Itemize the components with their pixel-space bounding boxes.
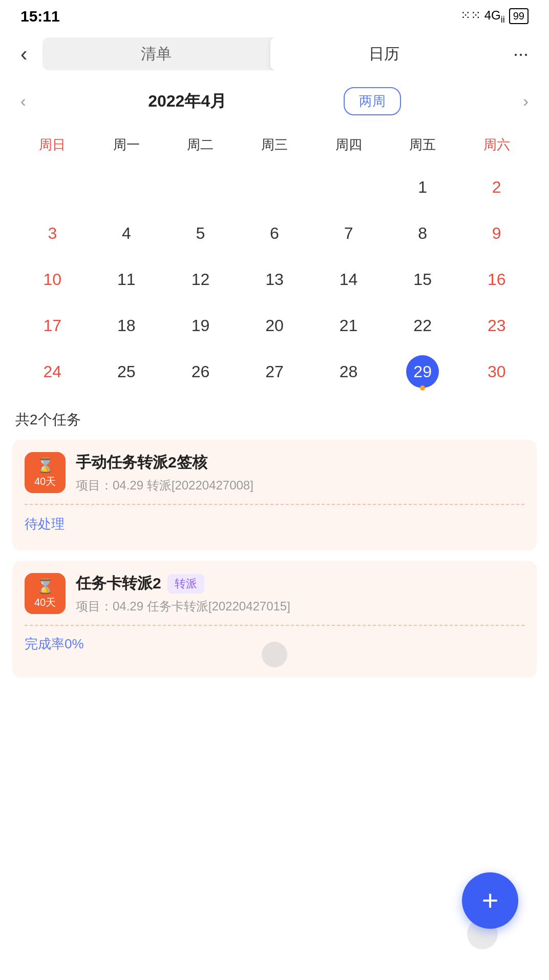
status-bar: 15:11 ⁙⁙ 4Gii 99 bbox=[0, 0, 549, 31]
cal-cell-26[interactable]: 26 bbox=[163, 349, 238, 395]
cal-cell-17[interactable]: 17 bbox=[15, 302, 90, 349]
cal-cell-24[interactable]: 24 bbox=[15, 349, 90, 395]
day-header-tue: 周二 bbox=[163, 131, 238, 159]
cal-cell-30[interactable]: 30 bbox=[459, 349, 534, 395]
cal-cell-15[interactable]: 15 bbox=[386, 256, 460, 302]
task-title-row-1: 手动任务转派2签核 bbox=[76, 452, 524, 473]
task-divider-2 bbox=[25, 625, 524, 626]
cal-cell-19[interactable]: 19 bbox=[163, 302, 238, 349]
task-icon-symbol-1: ⌛ bbox=[36, 457, 54, 474]
task-status-1: 待处理 bbox=[25, 510, 524, 538]
cal-cell-empty-0-0 bbox=[15, 164, 90, 210]
task-icon-days-1: 40天 bbox=[34, 475, 56, 488]
cal-cell-empty-0-3 bbox=[238, 164, 312, 210]
fab-add-button[interactable]: + bbox=[462, 872, 518, 929]
cal-cell-empty-0-4 bbox=[311, 164, 386, 210]
cal-cell-empty-0-2 bbox=[163, 164, 238, 210]
cal-cell-12[interactable]: 12 bbox=[163, 256, 238, 302]
task-title-1: 手动任务转派2签核 bbox=[76, 452, 207, 473]
cal-cell-29[interactable]: 29 bbox=[386, 349, 460, 395]
day-header-wed: 周三 bbox=[238, 131, 312, 159]
back-button[interactable]: ‹ bbox=[15, 40, 32, 68]
day-headers: 周日 周一 周二 周三 周四 周五 周六 bbox=[15, 131, 534, 159]
cal-cell-25[interactable]: 25 bbox=[90, 349, 164, 395]
task-icon-1: ⌛ 40天 bbox=[25, 452, 66, 493]
more-button[interactable]: ··· bbox=[508, 41, 534, 67]
cal-cell-27[interactable]: 27 bbox=[238, 349, 312, 395]
cal-cell-2[interactable]: 2 bbox=[459, 164, 534, 210]
task-title-row-2: 任务卡转派2 转派 bbox=[76, 573, 524, 594]
cal-cell-6[interactable]: 6 bbox=[238, 210, 312, 256]
status-time: 15:11 bbox=[20, 8, 60, 25]
task-list: ⌛ 40天 手动任务转派2签核 项目：04.29 转派[20220427008]… bbox=[0, 435, 549, 683]
day-header-sat: 周六 bbox=[459, 131, 534, 159]
cal-cell-1[interactable]: 1 bbox=[386, 164, 460, 210]
signal-icon: ⁙⁙ 4Gii bbox=[460, 8, 505, 25]
cal-cell-23[interactable]: 23 bbox=[459, 302, 534, 349]
cal-cell-13[interactable]: 13 bbox=[238, 256, 312, 302]
task-info-2: 任务卡转派2 转派 项目：04.29 任务卡转派[20220427015] bbox=[76, 573, 524, 615]
battery-icon: 99 bbox=[509, 8, 529, 24]
cal-cell-21[interactable]: 21 bbox=[311, 302, 386, 349]
task-project-1: 项目：04.29 转派[20220427008] bbox=[76, 477, 524, 494]
cal-cell-18[interactable]: 18 bbox=[90, 302, 164, 349]
cal-cell-20[interactable]: 20 bbox=[238, 302, 312, 349]
cal-cell-22[interactable]: 22 bbox=[386, 302, 460, 349]
task-icon-2: ⌛ 40天 bbox=[25, 573, 66, 614]
next-month-button[interactable]: › bbox=[518, 90, 534, 113]
cal-cell-11[interactable]: 11 bbox=[90, 256, 164, 302]
cal-cell-4[interactable]: 4 bbox=[90, 210, 164, 256]
fab-plus-icon: + bbox=[482, 886, 499, 915]
cal-cell-16[interactable]: 16 bbox=[459, 256, 534, 302]
calendar-section: ‹ 2022年4月 两周 › 周日 周一 周二 周三 周四 周五 周六 1234… bbox=[0, 77, 549, 400]
tab-list[interactable]: 清单 bbox=[43, 37, 270, 70]
task-card-2-header: ⌛ 40天 任务卡转派2 转派 项目：04.29 任务卡转派[202204270… bbox=[25, 573, 524, 615]
task-info-1: 手动任务转派2签核 项目：04.29 转派[20220427008] bbox=[76, 452, 524, 494]
calendar-grid: 1234567891011121314151617181920212223242… bbox=[15, 164, 534, 395]
cal-cell-5[interactable]: 5 bbox=[163, 210, 238, 256]
task-badge-2: 转派 bbox=[167, 574, 204, 594]
cal-cell-9[interactable]: 9 bbox=[459, 210, 534, 256]
tab-calendar[interactable]: 日历 bbox=[270, 37, 498, 70]
cal-cell-28[interactable]: 28 bbox=[311, 349, 386, 395]
task-project-2: 项目：04.29 任务卡转派[20220427015] bbox=[76, 598, 524, 615]
prev-month-button[interactable]: ‹ bbox=[15, 90, 31, 113]
day-header-sun: 周日 bbox=[15, 131, 90, 159]
scroll-indicator bbox=[262, 642, 287, 667]
day-header-fri: 周五 bbox=[386, 131, 460, 159]
task-count: 共2个任务 bbox=[0, 400, 549, 435]
task-card-1-header: ⌛ 40天 手动任务转派2签核 项目：04.29 转派[20220427008] bbox=[25, 452, 524, 494]
nav-tabs: 清单 日历 bbox=[43, 37, 498, 70]
month-title: 2022年4月 bbox=[148, 90, 226, 113]
cal-cell-14[interactable]: 14 bbox=[311, 256, 386, 302]
cal-cell-empty-0-1 bbox=[90, 164, 164, 210]
task-card-2[interactable]: ⌛ 40天 任务卡转派2 转派 项目：04.29 任务卡转派[202204270… bbox=[12, 561, 537, 678]
task-divider-1 bbox=[25, 504, 524, 505]
day-header-mon: 周一 bbox=[90, 131, 164, 159]
cal-cell-3[interactable]: 3 bbox=[15, 210, 90, 256]
day-header-thu: 周四 bbox=[311, 131, 386, 159]
cal-cell-7[interactable]: 7 bbox=[311, 210, 386, 256]
task-card-1[interactable]: ⌛ 40天 手动任务转派2签核 项目：04.29 转派[20220427008]… bbox=[12, 440, 537, 550]
task-icon-days-2: 40天 bbox=[34, 596, 56, 609]
task-icon-symbol-2: ⌛ bbox=[36, 578, 54, 595]
top-nav: ‹ 清单 日历 ··· bbox=[0, 31, 549, 77]
view-toggle-button[interactable]: 两周 bbox=[344, 87, 401, 115]
cal-cell-8[interactable]: 8 bbox=[386, 210, 460, 256]
task-title-2: 任务卡转派2 bbox=[76, 573, 161, 594]
status-icons: ⁙⁙ 4Gii 99 bbox=[460, 8, 529, 25]
calendar-header: ‹ 2022年4月 两周 › bbox=[15, 87, 534, 115]
cal-cell-10[interactable]: 10 bbox=[15, 256, 90, 302]
